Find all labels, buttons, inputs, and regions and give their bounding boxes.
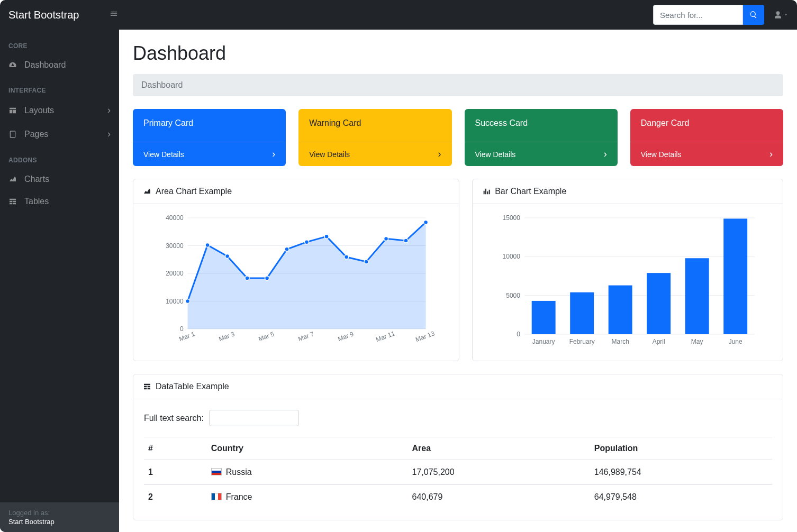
- sidebar-item-layouts[interactable]: Layouts: [0, 98, 119, 122]
- svg-point-21: [404, 239, 408, 243]
- sidebar: CORE Dashboard INTERFACE Layouts Pages A…: [0, 30, 119, 532]
- table-search-label: Full text search:: [144, 414, 204, 423]
- card-link-label: View Details: [309, 150, 350, 159]
- search-icon: [749, 11, 758, 19]
- panel-title: Bar Chart Example: [495, 187, 566, 196]
- svg-text:February: February: [569, 338, 595, 345]
- card-link[interactable]: View Details: [465, 142, 618, 166]
- svg-text:January: January: [532, 338, 555, 345]
- sidebar-item-charts[interactable]: Charts: [0, 168, 119, 190]
- sidebar-item-label: Pages: [24, 130, 48, 139]
- svg-rect-44: [647, 273, 671, 334]
- th-country[interactable]: Country: [207, 437, 408, 460]
- svg-text:0: 0: [180, 325, 184, 333]
- card-link-label: View Details: [641, 150, 682, 159]
- table-row: 2France640,67964,979,548: [144, 485, 772, 510]
- search-group: [653, 5, 764, 25]
- card-link[interactable]: View Details: [133, 142, 286, 166]
- chevron-right-icon: [107, 129, 111, 140]
- svg-text:10000: 10000: [503, 253, 521, 260]
- table-icon: [143, 382, 151, 391]
- svg-point-16: [305, 240, 309, 244]
- sidebar-heading-interface: INTERFACE: [0, 76, 119, 98]
- svg-point-10: [186, 299, 190, 304]
- svg-text:April: April: [653, 338, 665, 345]
- flag-icon: [211, 493, 222, 500]
- sidebar-item-label: Layouts: [24, 106, 54, 115]
- cell-area: 640,679: [408, 485, 590, 510]
- table-row: 1Russia17,075,200146,989,754: [144, 460, 772, 485]
- svg-text:Mar 7: Mar 7: [297, 330, 315, 343]
- card-title: Warning Card: [298, 109, 451, 142]
- svg-text:5000: 5000: [506, 292, 520, 299]
- cell-country: Russia: [207, 460, 408, 485]
- brand[interactable]: Start Bootstrap: [8, 9, 79, 21]
- chevron-right-icon: [769, 149, 773, 160]
- table-search-input[interactable]: [209, 410, 299, 426]
- cell-idx: 2: [144, 485, 207, 510]
- bars-icon: [110, 10, 118, 18]
- chevron-right-icon: [272, 149, 275, 160]
- svg-point-19: [364, 260, 368, 264]
- svg-point-11: [205, 243, 210, 247]
- th-area[interactable]: Area: [408, 437, 590, 460]
- card-link-label: View Details: [143, 150, 184, 159]
- svg-rect-42: [609, 286, 632, 334]
- search-button[interactable]: [743, 5, 764, 25]
- svg-point-12: [225, 254, 230, 258]
- svg-text:Mar 9: Mar 9: [337, 330, 355, 343]
- danger-card: Danger Card View Details: [630, 109, 783, 166]
- th-idx[interactable]: #: [144, 437, 207, 460]
- sidebar-item-tables[interactable]: Tables: [0, 190, 119, 213]
- svg-point-17: [324, 234, 329, 239]
- card-link[interactable]: View Details: [630, 142, 783, 166]
- tachometer-icon: [8, 61, 19, 69]
- sidebar-toggle-button[interactable]: [105, 5, 122, 24]
- page-title: Dashboard: [133, 42, 783, 65]
- chart-bar-icon: [482, 187, 491, 196]
- sidebar-item-pages[interactable]: Pages: [0, 122, 119, 146]
- search-input[interactable]: [653, 5, 743, 25]
- svg-text:Mar 13: Mar 13: [414, 329, 436, 343]
- chart-area-icon: [143, 187, 151, 196]
- svg-point-15: [285, 247, 289, 251]
- svg-point-20: [384, 236, 388, 241]
- th-population[interactable]: Population: [590, 437, 772, 460]
- cell-country: France: [207, 485, 408, 510]
- card-link[interactable]: View Details: [298, 142, 451, 166]
- sidebar-item-label: Tables: [24, 197, 49, 206]
- card-title: Primary Card: [133, 109, 286, 142]
- main-content: Dashboard Dashboard Primary Card View De…: [119, 30, 797, 532]
- bar-chart: 050001000015000JanuaryFebruaryMarchApril…: [482, 213, 773, 350]
- user-icon: [774, 11, 782, 19]
- svg-point-18: [345, 255, 349, 259]
- sidebar-heading-addons: ADDONS: [0, 146, 119, 168]
- sidebar-item-dashboard[interactable]: Dashboard: [0, 54, 119, 76]
- book-icon: [8, 130, 19, 139]
- svg-rect-40: [570, 292, 594, 334]
- card-title: Success Card: [465, 109, 618, 142]
- svg-text:June: June: [729, 338, 742, 345]
- svg-point-13: [245, 276, 249, 280]
- chevron-right-icon: [107, 105, 111, 116]
- svg-text:30000: 30000: [166, 242, 184, 250]
- warning-card: Warning Card View Details: [298, 109, 451, 166]
- success-card: Success Card View Details: [465, 109, 618, 166]
- table-icon: [8, 197, 19, 206]
- svg-text:Mar 11: Mar 11: [375, 329, 396, 343]
- sidebar-item-label: Charts: [24, 175, 49, 184]
- area-chart-panel: Area Chart Example 010000200003000040000…: [133, 179, 459, 361]
- svg-text:Mar 5: Mar 5: [257, 330, 275, 343]
- cell-population: 64,979,548: [590, 485, 772, 510]
- chevron-right-icon: [604, 149, 607, 160]
- user-dropdown[interactable]: [774, 11, 789, 19]
- stat-card-row: Primary Card View Details Warning Card V…: [133, 109, 783, 166]
- svg-text:15000: 15000: [503, 214, 521, 222]
- svg-text:20000: 20000: [166, 270, 184, 277]
- bar-chart-panel: Bar Chart Example 050001000015000January…: [472, 179, 783, 361]
- login-username: Start Bootstrap: [8, 518, 111, 526]
- topnav: Start Bootstrap: [0, 0, 797, 30]
- flag-icon: [211, 468, 222, 475]
- svg-rect-46: [685, 258, 709, 334]
- card-title: Danger Card: [630, 109, 783, 142]
